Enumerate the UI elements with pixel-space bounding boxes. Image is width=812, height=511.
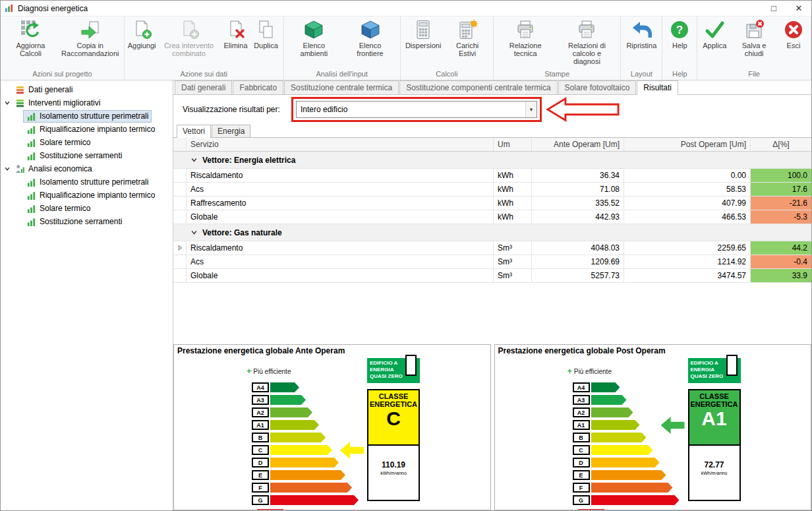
- cell-um: kWh: [494, 183, 532, 196]
- ribbon-button-label: Elenco ambienti: [289, 42, 339, 57]
- cell-delta: 33.9: [751, 269, 811, 282]
- ribbon-button-label: Crea intervento combinato: [161, 42, 218, 57]
- ribbon-group-label: Azioni sul progetto: [3, 69, 122, 80]
- elenco-frontiere-button[interactable]: Elenco frontiere: [342, 17, 398, 57]
- sidebar-item-isolamento-strutture-perimetrali[interactable]: Isolamento strutture perimetrali: [1, 175, 173, 189]
- exit-icon: [783, 19, 804, 40]
- table-group-row-vettore-gas-naturale[interactable]: Vettore: Gas naturale: [173, 224, 811, 241]
- tab-sostituzione-componenti-centrale-termica[interactable]: Sostituzione componenti centrale termica: [399, 80, 557, 94]
- help-button[interactable]: ?Help: [664, 17, 695, 49]
- copia-in-raccomandazioni-button[interactable]: Copia in Raccomandazioni: [59, 17, 122, 57]
- chevron-down-icon[interactable]: [190, 156, 198, 164]
- class-label: C: [252, 445, 269, 455]
- sidebar-item-riqualificazione-impianto-termico[interactable]: Riqualificazione impianto termico: [1, 123, 173, 136]
- cell-um: Sm³: [494, 269, 532, 282]
- printer-icon: [576, 19, 597, 40]
- table-row-riscaldamento[interactable]: RiscaldamentokWh36.340.00100.0: [173, 169, 811, 183]
- sidebar-item-solare-termico[interactable]: Solare termico: [1, 202, 173, 215]
- applica-button[interactable]: Applica: [699, 17, 730, 49]
- sidebar-item-dati-generali[interactable]: Dati generali: [1, 83, 173, 96]
- dispersioni-button[interactable]: Dispersioni: [403, 17, 444, 49]
- chevron-down-icon[interactable]: [3, 165, 12, 172]
- add-combined-icon: [179, 19, 200, 40]
- duplica-button[interactable]: Duplica: [251, 17, 281, 49]
- ribbon-group-label: Layout: [623, 69, 660, 80]
- tree-item-label: Analisi economica: [28, 164, 92, 173]
- crea-intervento-combinato-button[interactable]: Crea intervento combinato: [158, 17, 221, 57]
- table-row-riscaldamento[interactable]: RiscaldamentoSm³4048.032259.6544.2: [173, 241, 811, 255]
- column-header-servizio[interactable]: Servizio: [187, 138, 494, 151]
- results-view-dropdown[interactable]: Intero edificio ▾: [296, 101, 537, 118]
- table-row-globale[interactable]: GlobalekWh442.93466.53-5.3: [173, 210, 811, 224]
- table-row-globale[interactable]: GlobaleSm³5257.733474.5733.9: [173, 269, 811, 283]
- salva-e-chiudi-button[interactable]: Salva e chiudi: [730, 17, 778, 57]
- ribbon-group-label: Azione sui dati: [127, 69, 281, 80]
- chart-bars-icon: [26, 111, 36, 121]
- column-header-post-operam-um[interactable]: Post Operam [Um]: [624, 138, 751, 151]
- expand-row-icon[interactable]: [173, 241, 187, 255]
- column-header-ante-operam-um[interactable]: Ante Operam [Um]: [532, 138, 624, 151]
- chevron-down-icon[interactable]: ▾: [525, 102, 536, 117]
- table-row-acs[interactable]: AcskWh71.0858.5317.6: [173, 183, 811, 196]
- nzeb-box: EDIFICIO A ENERGIA QUASI ZERO: [367, 358, 420, 383]
- table-row-raffrescamento[interactable]: RaffrescamentokWh335.52407.99-21.6: [173, 196, 811, 210]
- scale-row-a3: A3: [252, 395, 359, 405]
- table-row-acs[interactable]: AcsSm³1209.691214.92-0.4: [173, 255, 811, 269]
- subtab-vettori[interactable]: Vettori: [177, 125, 211, 138]
- elimina-button[interactable]: Elimina: [221, 17, 251, 49]
- sidebar-item-isolamento-strutture-perimetrali[interactable]: Isolamento strutture perimetrali: [1, 109, 173, 123]
- calculator-icon: [413, 19, 434, 40]
- tree-item-label: Isolamento strutture perimetrali: [40, 111, 148, 121]
- aggiorna-calcoli-button[interactable]: Aggiorna Calcoli: [3, 17, 59, 57]
- sidebar-tree: Dati generaliInterventi migliorativiIsol…: [1, 80, 173, 510]
- cell-ante-operam: 1209.69: [532, 255, 624, 268]
- ribbon-group-label: Stampe: [496, 69, 619, 80]
- sidebar-item-interventi-migliorativi[interactable]: Interventi migliorativi: [1, 96, 173, 109]
- sidebar-item-sostituzione-serramenti[interactable]: Sostituzione serramenti: [1, 149, 173, 162]
- scale-row-a4: A4: [252, 382, 359, 392]
- class-box: CLASSE ENERGETICAA172.77kWh/m²anno: [688, 389, 741, 501]
- relazioni-di-calcolo-e-diagnosi-button[interactable]: Relazioni di calcolo e diagnosi: [555, 17, 618, 65]
- ribbon-group-label: File: [699, 69, 809, 80]
- tab-sostituzione-centrale-termica[interactable]: Sostituzione centrale termica: [284, 80, 399, 94]
- chart-bars-icon: [26, 151, 36, 161]
- tab-solare-fotovoltaico[interactable]: Solare fotovoltaico: [558, 80, 637, 94]
- cell-delta: -5.3: [751, 210, 811, 224]
- tree-item-label: Solare termico: [40, 204, 90, 213]
- tab-fabbricato[interactable]: Fabbricato: [233, 80, 283, 94]
- class-arrow-a4: [270, 382, 299, 392]
- tab-dati-generali[interactable]: Dati generali: [175, 80, 232, 94]
- class-box: CLASSE ENERGETICAC110.19kWh/m²anno: [367, 389, 420, 501]
- sidebar-item-riqualificazione-impianto-termico[interactable]: Riqualificazione impianto termico: [1, 189, 173, 202]
- close-button[interactable]: ✕: [786, 1, 811, 16]
- class-arrow-b: [270, 433, 326, 442]
- sidebar-item-solare-termico[interactable]: Solare termico: [1, 136, 173, 149]
- aggiungi-button[interactable]: Aggiungi: [127, 17, 158, 49]
- sidebar-item-sostituzione-serramenti[interactable]: Sostituzione serramenti: [1, 215, 173, 228]
- table-header-row: ServizioUmAnte Operam [Um]Post Operam [U…: [173, 138, 811, 152]
- column-header-[interactable]: Δ[%]: [751, 138, 811, 151]
- esci-button[interactable]: Esci: [778, 17, 809, 49]
- cell-ante-operam: 335.52: [532, 196, 624, 210]
- chevron-down-icon[interactable]: [190, 229, 198, 236]
- elenco-ambienti-button[interactable]: Elenco ambienti: [286, 17, 343, 57]
- table-group-row-vettore-energia-elettrica[interactable]: Vettore: Energia elettrica: [173, 152, 811, 169]
- ribbon-button-label: Duplica: [254, 42, 278, 49]
- subtab-energia[interactable]: Energia: [212, 125, 250, 137]
- cell-ante-operam: 4048.03: [532, 241, 624, 255]
- sidebar-item-analisi-economica[interactable]: Analisi economica: [1, 162, 173, 175]
- cube-blue-icon: [360, 19, 381, 40]
- tab-risultati[interactable]: Risultati: [637, 80, 678, 95]
- chevron-down-icon[interactable]: [3, 100, 12, 106]
- relazione-tecnica-button[interactable]: Relazione tecnica: [496, 17, 556, 57]
- tree-item-label: Solare termico: [40, 138, 90, 147]
- ribbon-button-label: Help: [672, 42, 687, 49]
- carichi-estivi-button[interactable]: Carichi Estivi: [444, 17, 490, 57]
- cell-post-operam: 466.53: [624, 210, 751, 224]
- column-header-um[interactable]: Um: [494, 138, 532, 151]
- maximize-button[interactable]: □: [761, 1, 786, 16]
- ribbon-button-label: Esci: [787, 42, 801, 49]
- cell-ante-operam: 442.93: [532, 210, 624, 224]
- ripristina-button[interactable]: Ripristina: [623, 17, 660, 49]
- tree-item-label: Riqualificazione impianto termico: [40, 125, 155, 134]
